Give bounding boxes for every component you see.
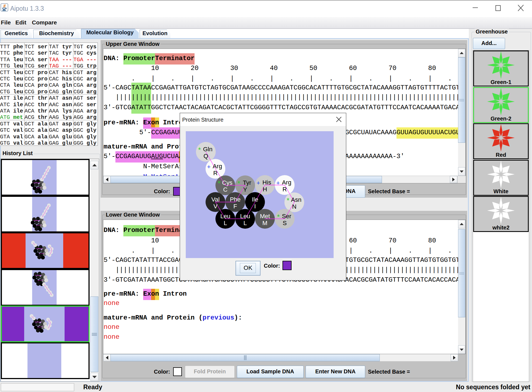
svg-text:*: * [277, 213, 280, 221]
svg-text:Arg: Arg [213, 163, 222, 170]
svg-text:F: F [233, 203, 237, 210]
svg-text:Y: Y [243, 186, 247, 193]
svg-text:Val: Val [211, 196, 220, 203]
svg-text:*: * [287, 196, 289, 205]
svg-text:S: S [283, 220, 287, 226]
svg-text:Asn: Asn [291, 196, 301, 203]
svg-text:Q: Q [203, 153, 208, 159]
svg-text:M: M [262, 220, 267, 226]
svg-text:R: R [282, 186, 287, 193]
svg-text:C: C [223, 186, 228, 193]
svg-text:Leu: Leu [220, 213, 231, 220]
svg-text:L: L [243, 220, 247, 226]
svg-text:*: * [237, 179, 240, 187]
svg-text:His: His [262, 179, 271, 186]
svg-text:Leu: Leu [240, 213, 250, 220]
svg-text:Ile: Ile [252, 196, 258, 203]
svg-text:*: * [198, 146, 201, 154]
svg-text:R: R [213, 170, 218, 177]
svg-text:Ser: Ser [282, 213, 291, 220]
svg-text:Tyr: Tyr [243, 179, 251, 186]
svg-text:V: V [214, 203, 218, 210]
svg-text:*: * [218, 179, 220, 187]
svg-text:N: N [292, 203, 297, 210]
svg-text:+: + [276, 180, 280, 186]
svg-text:Met: Met [260, 213, 270, 220]
svg-text:Phe: Phe [230, 196, 240, 203]
svg-text:H: H [263, 186, 267, 193]
svg-text:I: I [254, 203, 256, 210]
svg-text:+: + [257, 180, 260, 186]
svg-text:Gln: Gln [203, 146, 212, 153]
svg-text:Cys: Cys [222, 179, 232, 186]
svg-text:L: L [224, 220, 227, 226]
svg-text:+: + [207, 163, 211, 170]
svg-text:Arg: Arg [282, 179, 291, 186]
